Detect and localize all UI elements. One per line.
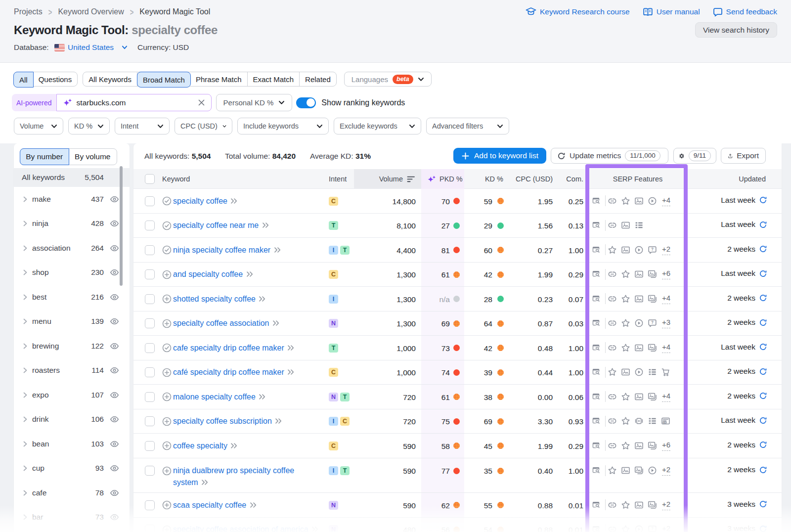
svg-text:?: ?	[651, 247, 654, 252]
svg-text:?: ?	[651, 320, 654, 325]
svg-text:AD: AD	[663, 422, 666, 424]
